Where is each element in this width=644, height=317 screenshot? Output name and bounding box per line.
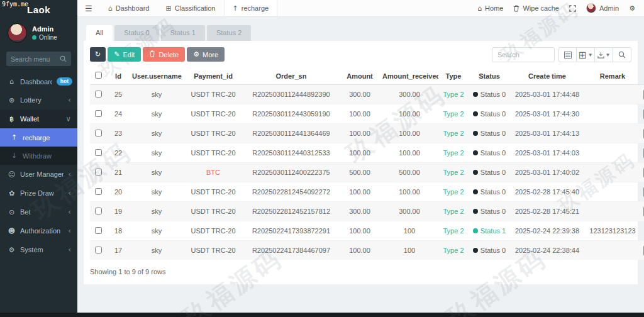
row-checkbox[interactable] bbox=[95, 247, 102, 253]
row-checkbox-cell bbox=[90, 124, 106, 143]
type-link[interactable]: Type 2 bbox=[443, 91, 464, 98]
sidebar-item-authorization[interactable]: ☻Authorization‹ bbox=[0, 221, 77, 240]
column-header[interactable]: Operation bbox=[641, 68, 644, 85]
app-window: 9fym.me Laok Admin Online ⌂Dashboardhot⊛… bbox=[0, 0, 644, 317]
search-icon[interactable] bbox=[60, 53, 67, 65]
sidebar-search-input[interactable] bbox=[11, 55, 60, 63]
refresh-button[interactable]: ↻ bbox=[90, 47, 106, 62]
table-search-input[interactable] bbox=[492, 47, 555, 62]
delete-button[interactable]: Delete bbox=[143, 47, 185, 62]
type-link[interactable]: Type 2 bbox=[443, 247, 464, 254]
type-link[interactable]: Type 2 bbox=[443, 149, 464, 157]
cell-username: sky bbox=[130, 182, 183, 202]
chevron-left-icon: ‹ bbox=[68, 208, 72, 216]
status-label: Status 1 bbox=[480, 227, 506, 235]
column-header[interactable]: Type bbox=[438, 68, 469, 85]
tab-status-2[interactable]: Status 2 bbox=[207, 25, 251, 41]
row-checkbox[interactable] bbox=[95, 169, 102, 175]
nav-tab-recharge[interactable]: ↑ recharge bbox=[224, 0, 278, 16]
settings-cogs-icon[interactable]: ⚙ bbox=[629, 4, 635, 13]
sidebar-item-bet[interactable]: ⊙Bet‹ bbox=[0, 203, 77, 221]
dashboard-icon: ⌂ bbox=[8, 77, 16, 86]
fullscreen-search-button[interactable] bbox=[613, 47, 631, 62]
column-header[interactable]: Payment_id bbox=[183, 68, 243, 85]
sidebar-subitem-recharge[interactable]: ↑recharge bbox=[0, 128, 77, 147]
status-dot-icon bbox=[473, 131, 478, 136]
sidebar-item-dashboard[interactable]: ⌂Dashboardhot bbox=[0, 72, 77, 91]
sidebar-item-user-management[interactable]: ☺User Management‹ bbox=[0, 165, 77, 184]
column-header[interactable]: Order_sn bbox=[243, 68, 339, 85]
more-button[interactable]: ⚙More bbox=[187, 47, 225, 62]
cell-status: Status 0 bbox=[469, 182, 510, 202]
row-checkbox[interactable] bbox=[95, 208, 102, 214]
admin-profile[interactable]: Admin bbox=[586, 3, 619, 13]
sidebar-item-prize-draw[interactable]: ✿Prize Draw‹ bbox=[0, 184, 77, 203]
type-link[interactable]: Type 2 bbox=[443, 227, 464, 235]
tab-status-0[interactable]: Status 0 bbox=[114, 25, 158, 41]
cell-create-time: 2025-03-01 17:44:03 bbox=[510, 143, 584, 163]
select-all-checkbox[interactable] bbox=[95, 72, 102, 79]
cell-amount: 100.00 bbox=[339, 182, 380, 202]
row-checkbox[interactable] bbox=[95, 110, 102, 117]
column-header[interactable]: Status bbox=[469, 68, 510, 85]
cell-id: 18 bbox=[106, 221, 130, 241]
sidebar-item-system[interactable]: ⚙System‹ bbox=[0, 240, 77, 259]
columns-button[interactable]: ⊞▼ bbox=[577, 47, 595, 62]
pencil-icon: ✎ bbox=[114, 50, 119, 58]
nav-tab-classification[interactable]: ⊞ Classification bbox=[157, 0, 223, 16]
home-link[interactable]: ⌂ Home bbox=[477, 4, 503, 13]
type-link[interactable]: Type 2 bbox=[443, 208, 464, 215]
column-header[interactable]: User.username bbox=[130, 68, 183, 85]
table-header: IdUser.usernamePayment_idOrder_snAmountA… bbox=[90, 68, 644, 85]
row-checkbox[interactable] bbox=[95, 227, 102, 234]
column-header[interactable]: Id bbox=[106, 68, 130, 85]
cell-order-sn: R2025030112444892390 bbox=[243, 85, 339, 104]
grid-icon: ⊞ bbox=[165, 4, 171, 13]
cell-amount-received: 300.00 bbox=[380, 202, 438, 221]
chevron-down-icon: ∨ bbox=[65, 114, 72, 123]
column-header[interactable]: Amount bbox=[339, 68, 380, 85]
column-header[interactable]: Remark bbox=[584, 68, 641, 85]
cell-amount-received: 500.00 bbox=[380, 163, 438, 182]
cell-amount: 300.00 bbox=[339, 85, 380, 104]
type-link[interactable]: Type 2 bbox=[443, 188, 464, 196]
status-badge: Status 0 bbox=[473, 110, 506, 118]
row-checkbox[interactable] bbox=[95, 149, 102, 156]
sidebar-item-lottery[interactable]: ⊛Lottery‹ bbox=[0, 91, 77, 109]
cell-payment-id: BTC bbox=[183, 163, 243, 182]
nav-tab-dashboard[interactable]: ⌂ Dashboard bbox=[100, 0, 158, 16]
edit-button[interactable]: ✎Edit bbox=[108, 47, 141, 62]
cell-remark bbox=[584, 202, 641, 221]
tab-status-1[interactable]: Status 1 bbox=[161, 25, 205, 41]
cell-order-sn: R2025022812452157812 bbox=[243, 202, 339, 221]
sidebar-item-label: Dashboard bbox=[20, 78, 52, 86]
toggle-view-button[interactable] bbox=[558, 47, 577, 62]
column-header[interactable]: Create time bbox=[510, 68, 584, 85]
type-link[interactable]: Type 2 bbox=[443, 169, 464, 176]
column-header[interactable]: Amount_received bbox=[380, 68, 438, 85]
cell-order-sn: R2025030112440312533 bbox=[243, 143, 339, 163]
row-checkbox[interactable] bbox=[95, 130, 102, 136]
export-icon bbox=[597, 52, 604, 58]
cell-status: Status 0 bbox=[469, 143, 510, 163]
home-icon: ⌂ bbox=[477, 4, 482, 13]
wipe-cache-button[interactable]: Wipe cache bbox=[513, 4, 558, 12]
sidebar-item-label: System bbox=[20, 246, 64, 253]
table-row: 23skyUSDT TRC-20R2025030112441364469100.… bbox=[90, 124, 644, 143]
sidebar-subitem-withdraw[interactable]: ↓Withdraw bbox=[0, 147, 77, 165]
cell-type: Type 2 bbox=[438, 143, 469, 163]
sidebar-item-wallet[interactable]: ฿Wallet∨ bbox=[0, 109, 77, 128]
row-checkbox[interactable] bbox=[95, 188, 102, 195]
cell-amount: 100.00 bbox=[339, 221, 380, 241]
row-checkbox[interactable] bbox=[95, 91, 102, 97]
type-link[interactable]: Type 2 bbox=[443, 130, 464, 137]
tab-all[interactable]: All bbox=[86, 25, 113, 41]
fullscreen-button[interactable] bbox=[569, 5, 576, 12]
cell-amount: 100.00 bbox=[339, 241, 380, 260]
export-button[interactable]: ▼ bbox=[595, 47, 613, 62]
cell-amount: 500.00 bbox=[339, 163, 380, 182]
hamburger-menu-icon[interactable]: ☰ bbox=[77, 4, 100, 13]
cell-operation: agree✎ bbox=[641, 202, 644, 221]
type-link[interactable]: Type 2 bbox=[443, 110, 464, 118]
cell-order-sn: R2025022812454092272 bbox=[243, 182, 339, 202]
